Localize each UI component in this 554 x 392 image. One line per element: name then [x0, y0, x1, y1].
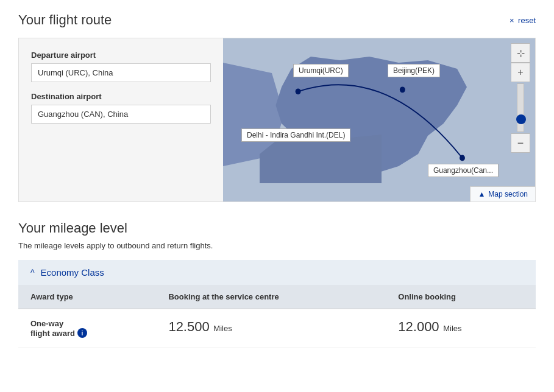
- map-label-guangzhou: Guangzhou(Can...: [428, 164, 499, 177]
- map-controls: ⊹ + −: [511, 43, 530, 153]
- destination-label: Destination airport: [31, 92, 211, 101]
- mileage-subtitle: The mileage levels apply to outbound and…: [18, 241, 536, 250]
- airport-panel: Departure airport Destination airport: [19, 38, 223, 201]
- chevron-up-icon: ^: [30, 268, 35, 278]
- map-zoom-out-button[interactable]: −: [511, 133, 530, 153]
- economy-class-label: Economy Class: [41, 267, 104, 278]
- mileage-section: Your mileage level The mileage levels ap…: [18, 220, 536, 348]
- map-label-delhi: Delhi - Indira Gandhi Int.(DEL): [241, 128, 350, 142]
- map-zoom-track: [517, 83, 524, 132]
- table-header-row: Award type Booking at the service centre…: [18, 285, 536, 309]
- info-icon[interactable]: i: [77, 328, 87, 338]
- online-miles-unit: Miles: [443, 324, 461, 333]
- map-move-control[interactable]: ⊹: [511, 43, 530, 63]
- map-zoom-thumb[interactable]: [516, 114, 526, 124]
- miles-table: Award type Booking at the service centre…: [18, 285, 536, 348]
- map-background: Urumqi(URC) Beijing(PEK) Delhi - Indira …: [223, 38, 535, 201]
- reset-link[interactable]: × reset: [510, 16, 536, 25]
- economy-class-header[interactable]: ^ Economy Class: [18, 260, 536, 285]
- chevron-up-icon: ▲: [478, 190, 485, 198]
- map-section-bar[interactable]: ▲ Map section: [470, 186, 535, 201]
- destination-input[interactable]: [31, 105, 211, 124]
- online-miles-value: 12.000: [398, 319, 439, 334]
- col-award-type: Award type: [18, 285, 156, 309]
- map-label-urumqi: Urumqi(URC): [293, 64, 349, 77]
- mileage-title: Your mileage level: [18, 220, 536, 236]
- map-label-beijing: Beijing(PEK): [388, 64, 440, 77]
- departure-label: Departure airport: [31, 51, 211, 60]
- map-zoom-in-button[interactable]: +: [511, 63, 530, 82]
- departure-input[interactable]: [31, 63, 211, 82]
- reset-label: reset: [518, 16, 536, 25]
- booking-miles-value: 12.500: [168, 319, 209, 334]
- map-container: Departure airport Destination airport Ur…: [18, 38, 536, 202]
- economy-class-accordion: ^ Economy Class: [18, 260, 536, 285]
- x-icon: ×: [510, 16, 514, 25]
- booking-miles-unit: Miles: [213, 324, 232, 333]
- table-row: One-way flight award i 12.500 Miles 12.0…: [18, 309, 536, 348]
- map-section-label: Map section: [488, 190, 528, 198]
- booking-online-cell: 12.000 Miles: [386, 309, 536, 348]
- col-service-centre: Booking at the service centre: [156, 285, 386, 309]
- map-land-bottom: [260, 135, 382, 183]
- award-type-cell: One-way flight award i: [18, 309, 156, 348]
- col-online-booking: Online booking: [386, 285, 536, 309]
- award-label-flight: flight award: [30, 329, 75, 338]
- flight-route-header: Your flight route × reset: [18, 12, 536, 28]
- page-title: Your flight route: [18, 12, 112, 28]
- svg-point-2: [460, 155, 465, 161]
- booking-service-cell: 12.500 Miles: [156, 309, 386, 348]
- award-label-oneway: One-way: [30, 319, 144, 328]
